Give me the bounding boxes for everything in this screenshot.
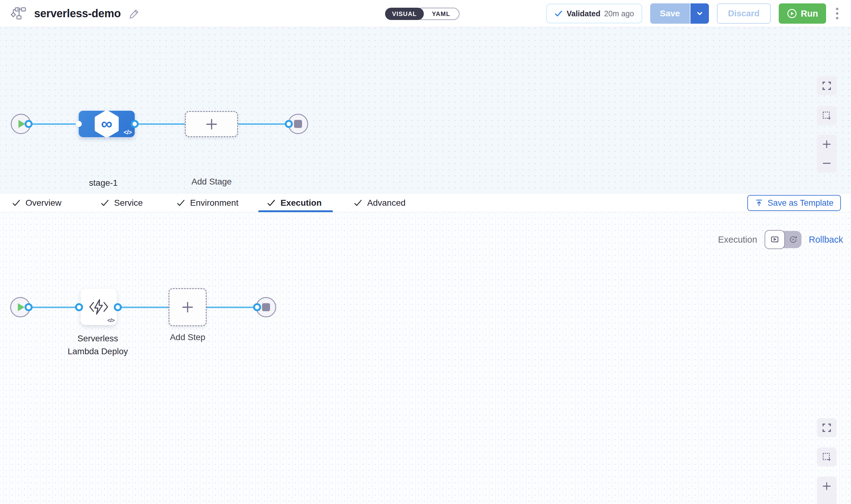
toggle-visual[interactable]: VISUAL [385, 8, 424, 20]
discard-button[interactable]: Discard [717, 3, 771, 24]
add-stage-label: Add Stage [192, 175, 232, 188]
code-icon: </> [107, 317, 114, 324]
canvas-select-button[interactable] [817, 447, 836, 467]
pipeline-header: serverless-demo VISUAL YAML Validated 20… [0, 0, 851, 27]
stage-edge [21, 123, 298, 125]
save-split-button: Save [650, 3, 709, 24]
zoom-in-icon [821, 481, 832, 491]
step-label: Serverless Lambda Deploy [68, 332, 128, 358]
header-actions: Validated 20m ago Save Discard Run [546, 0, 840, 27]
tab-execution[interactable]: Execution [267, 194, 322, 213]
tab-label: Execution [280, 198, 322, 208]
more-options-button[interactable] [834, 6, 840, 21]
validated-badge[interactable]: Validated 20m ago [546, 4, 642, 23]
execution-mode-row: Execution Rollback [718, 229, 843, 250]
check-icon [554, 9, 563, 18]
step-out-port [114, 303, 122, 311]
serverless-deploy-step-node[interactable]: </> [80, 289, 117, 325]
deploy-stage-icon: ∞ [94, 110, 120, 138]
step-in-port [75, 303, 83, 311]
stop-icon [294, 120, 302, 128]
step-edge [20, 307, 266, 308]
run-label: Run [801, 8, 818, 19]
zoom-out-button[interactable] [817, 154, 836, 173]
zoom-out-icon [821, 500, 832, 504]
code-icon: </> [124, 129, 132, 136]
tab-label: Service [114, 198, 143, 208]
canvas-fullscreen-button[interactable] [817, 76, 836, 95]
validated-time: 20m ago [604, 9, 634, 18]
add-stage-button[interactable] [185, 111, 238, 137]
start-play-icon [18, 303, 24, 311]
rollback-replay-icon [789, 235, 798, 244]
pipeline-icon [11, 7, 26, 20]
zoom-out-icon [821, 158, 832, 168]
svg-text:∞: ∞ [101, 115, 112, 132]
tab-environment[interactable]: Environment [177, 194, 238, 213]
check-icon [354, 199, 362, 207]
plus-icon [181, 300, 195, 314]
edit-title-button[interactable] [129, 8, 140, 19]
stage-label: stage-1 [89, 177, 117, 190]
end-in-port [253, 303, 261, 311]
validated-label: Validated [566, 9, 600, 18]
add-step-button[interactable] [168, 288, 207, 326]
save-as-template-label: Save as Template [768, 198, 833, 208]
save-as-template-button[interactable]: Save as Template [747, 195, 841, 211]
canvas-zoom-controls [817, 135, 836, 173]
start-out-port [24, 120, 33, 128]
tab-advanced[interactable]: Advanced [354, 194, 406, 213]
serverless-lambda-icon [88, 299, 109, 315]
pipeline-studio: serverless-demo VISUAL YAML Validated 20… [0, 0, 851, 504]
stage-out-port [131, 120, 139, 128]
save-button[interactable]: Save [650, 3, 690, 24]
canvas-zoom-controls [817, 476, 836, 504]
execution-rollback-toggle [765, 231, 801, 248]
visual-yaml-toggle: VISUAL YAML [385, 8, 459, 20]
zoom-in-button[interactable] [817, 476, 836, 496]
canvas-select-button[interactable] [817, 106, 836, 125]
save-options-button[interactable] [690, 3, 709, 24]
tab-service[interactable]: Service [101, 194, 143, 213]
zoom-in-button[interactable] [817, 135, 836, 154]
canvas-fullscreen-button[interactable] [817, 418, 836, 437]
run-button[interactable]: Run [779, 3, 826, 24]
fullscreen-icon [822, 423, 832, 433]
tab-label: Overview [25, 198, 61, 208]
end-in-port [285, 120, 293, 128]
run-play-icon [787, 8, 797, 19]
pipeline-title: serverless-demo [34, 7, 121, 20]
execution-mode-button[interactable] [765, 230, 785, 249]
zoom-in-icon [821, 139, 832, 149]
stage-in-port [76, 121, 82, 127]
start-play-icon [18, 120, 25, 128]
rollback-mode-button[interactable] [785, 231, 801, 248]
marquee-select-icon [822, 452, 832, 462]
execution-canvas[interactable]: Execution Rollback [0, 212, 851, 504]
stop-icon [262, 303, 270, 311]
tab-label: Advanced [367, 198, 406, 208]
tab-overview[interactable]: Overview [12, 194, 61, 213]
add-step-label: Add Step [170, 331, 205, 344]
check-icon [267, 199, 275, 207]
stage-config-tabs: Overview Service Environment Execution A… [0, 193, 851, 212]
tab-label: Environment [190, 198, 238, 208]
start-out-port [24, 303, 33, 311]
check-icon [177, 199, 185, 207]
zoom-out-button[interactable] [817, 496, 836, 504]
execution-mode-label: Execution [718, 235, 757, 245]
marquee-select-icon [822, 111, 832, 121]
upload-icon [755, 199, 763, 207]
rollback-link[interactable]: Rollback [809, 235, 843, 245]
chevron-down-icon [695, 9, 704, 18]
check-icon [12, 199, 21, 207]
active-tab-underline [258, 210, 333, 212]
stage-node[interactable]: ∞ </> [79, 111, 135, 137]
execution-play-icon [770, 235, 779, 244]
stage-canvas[interactable]: ∞ </> stage-1 Add Stage [0, 27, 851, 193]
header-left: serverless-demo [11, 0, 140, 27]
fullscreen-icon [822, 81, 832, 91]
check-icon [101, 199, 109, 207]
plus-icon [204, 117, 219, 131]
pencil-icon [129, 8, 140, 19]
